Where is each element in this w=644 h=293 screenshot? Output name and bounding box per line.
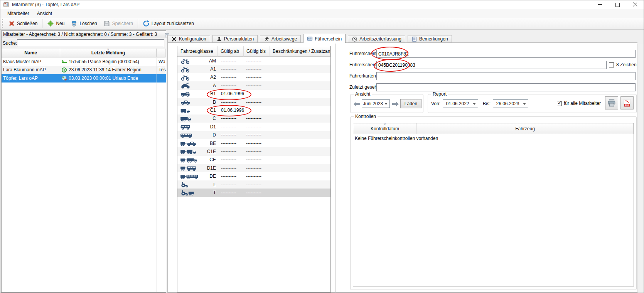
laden-button[interactable]: Laden [400, 99, 421, 108]
app-icon [3, 2, 9, 7]
license-icon [307, 36, 313, 42]
toolbar-separator [138, 19, 138, 28]
license-row-C[interactable]: C-------------------- [177, 115, 330, 123]
license-row-L[interactable]: L-------------------- [177, 180, 330, 189]
search-row: Suche: [2, 38, 166, 49]
column-header-fahrzeug[interactable]: Fahrzeug [417, 123, 634, 134]
valid-from: ---------- [218, 182, 244, 187]
previous-month-arrow-icon[interactable] [353, 101, 361, 107]
search-label: Suche: [3, 38, 17, 49]
license-row-C1E[interactable]: C1E-------------------- [177, 147, 330, 155]
notes-icon [411, 36, 417, 42]
column-header-kontrolldatum[interactable]: ∨Kontrolldatum [353, 123, 417, 134]
license-class: D [212, 132, 216, 138]
print-button[interactable] [605, 96, 618, 109]
tools-icon [171, 36, 177, 42]
close-button[interactable] [629, 0, 642, 9]
kontrollen-groupbox: Kontrollen ∨Kontrolldatum Fahrzeug Keine… [350, 116, 637, 290]
valid-from: 01.06.1996 [218, 91, 244, 96]
valid-to: ---------- [244, 190, 270, 195]
valid-to: ---------- [244, 141, 270, 146]
minimize-button[interactable] [593, 0, 607, 9]
license-class: DE [209, 173, 216, 179]
kontrollen-title: Kontrollen [354, 114, 378, 119]
speichern-button[interactable]: Speichern [100, 19, 136, 28]
van-icon [180, 91, 199, 97]
report-all-checkbox[interactable] [557, 101, 562, 106]
refresh-arrow-icon [143, 20, 150, 27]
tab-arbeitszeiterfassung[interactable]: Arbeitszeiterfassung [348, 35, 405, 43]
tab-konfiguration[interactable]: Konfiguration [167, 35, 210, 43]
valid-from: ---------- [218, 173, 244, 179]
license-class: D1 [210, 124, 216, 130]
tab-label: Bemerkungen [419, 36, 448, 42]
report-bis-label: Bis: [483, 99, 491, 108]
kontrollen-table-header: ∨Kontrolldatum Fahrzeug [353, 123, 634, 134]
report-von-label: Von: [431, 99, 440, 108]
valid-from: 01.06.1996 [218, 108, 244, 113]
menu-ansicht[interactable]: Ansicht [33, 10, 56, 17]
toolbar-grip[interactable] [2, 19, 3, 28]
neu-button[interactable]: Neu [44, 19, 67, 28]
tab-bemerkungen[interactable]: Bemerkungen [408, 35, 452, 43]
maximize-button[interactable] [611, 0, 624, 9]
plus-icon [47, 20, 54, 27]
pdf-export-button[interactable]: PDF [620, 96, 634, 109]
license-row-B[interactable]: B-------------------- [177, 98, 330, 106]
report-bis-select[interactable]: 26.06.2023 [493, 99, 528, 108]
kontrollen-table: ∨Kontrolldatum Fahrzeug Keine Führersche… [353, 123, 634, 286]
license-row-T[interactable]: T-------------------- [177, 189, 330, 197]
license-row-C1[interactable]: C101.06.1996 [177, 106, 330, 114]
search-input[interactable] [17, 39, 164, 47]
menu-mitarbeiter[interactable]: Mitarbeiter [3, 10, 33, 17]
svg-text:PDF: PDF [625, 104, 629, 106]
vertical-scrollbar[interactable] [637, 44, 644, 293]
trash-bucket-icon [71, 20, 78, 27]
minimize-icon [598, 4, 602, 5]
schliessen-button[interactable]: Schließen [5, 19, 40, 28]
next-month-arrow-icon[interactable] [392, 101, 399, 107]
license-row-D[interactable]: D-------------------- [177, 131, 330, 139]
column-separator [417, 134, 417, 286]
license-class: C1E [207, 149, 216, 154]
license-class-table: Fahrzeugklasse Gültig ab Gültig bis Besc… [177, 46, 331, 293]
license-row-BE[interactable]: BE-------------------- [177, 139, 330, 147]
car-icon [180, 99, 199, 105]
minibus-icon [180, 123, 199, 130]
license-class: T [213, 190, 216, 195]
license-row-CE[interactable]: CE-------------------- [177, 156, 330, 164]
valid-from: ---------- [218, 141, 244, 146]
employee-panel-caption: Mitarbeiter - Abgerechnet: 3 / Nicht abg… [2, 31, 166, 38]
window-title: Mitarbeiter (3) - Töpfer, Lars oAP [12, 0, 79, 9]
license-row-D1[interactable]: D1-------------------- [177, 123, 330, 131]
last-seen-input[interactable] [376, 83, 636, 91]
chevron-down-icon [473, 103, 476, 105]
tab-label: Führerschein [315, 36, 342, 42]
rfid-input[interactable] [376, 61, 607, 69]
tab-personaldaten[interactable]: Personaldaten [212, 35, 258, 43]
month-select[interactable]: Juni 2023 [362, 99, 390, 108]
tab-arbeitswege[interactable]: Arbeitswege [260, 35, 301, 43]
valid-from: ---------- [218, 116, 244, 121]
toolbar-separator [42, 19, 42, 28]
license-row-DE[interactable]: DE-------------------- [177, 172, 330, 180]
layout-zuruecksetzen-button[interactable]: Layout zurücksetzen [140, 19, 197, 28]
license-class: C1 [210, 108, 216, 113]
license-no-row: Führerschein-Nr.: [0, 50, 644, 58]
person-icon [216, 36, 222, 42]
valid-to: ---------- [244, 173, 270, 179]
walking-icon [264, 36, 270, 42]
valid-from: ---------- [218, 149, 244, 154]
loeschen-button[interactable]: Löschen [67, 19, 100, 28]
employee-panel: Mitarbeiter - Abgerechnet: 3 / Nicht abg… [1, 30, 166, 293]
truck-small-trailer-icon [180, 148, 199, 155]
report-von-select[interactable]: 01.06.2022 [443, 99, 478, 108]
license-no-input[interactable] [376, 50, 636, 58]
license-class: CE [209, 157, 216, 162]
license-class: D1E [207, 165, 216, 171]
license-row-D1E[interactable]: D1E-------------------- [177, 164, 330, 172]
last-seen-row: Zuletzt gesehen: [0, 83, 644, 91]
driver-card-input[interactable] [376, 72, 636, 80]
chevron-down-icon [384, 103, 388, 105]
tab-f-hrerschein[interactable]: Führerschein [303, 34, 346, 43]
